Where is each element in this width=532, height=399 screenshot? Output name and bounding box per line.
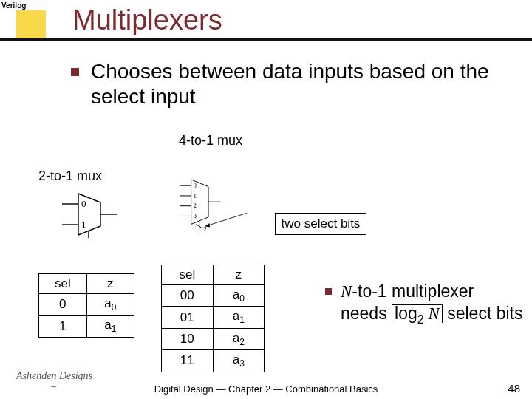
- table-row: sel z: [162, 265, 265, 285]
- th-z: z: [213, 265, 264, 285]
- th-sel: sel: [162, 265, 214, 285]
- two-select-bits-box: two select bits: [275, 213, 366, 235]
- bullet-icon: [71, 68, 79, 76]
- table-row: 00 a0: [162, 285, 265, 307]
- mux4-in2: 2: [193, 202, 196, 209]
- th-sel: sel: [39, 274, 87, 294]
- slide-title: Multiplexers: [72, 4, 222, 36]
- table-4to1: sel z 00 a0 01 a1 10 a2 11 a3: [161, 265, 265, 372]
- footer-text: Digital Design — Chapter 2 — Combination…: [0, 383, 532, 395]
- bullet-icon: [325, 288, 332, 295]
- right-bullet-text: N-to-1 multiplexer needs log2 N select b…: [341, 281, 525, 324]
- mux4-diagram: 0 1 2 3 2: [176, 168, 257, 242]
- table-row: 11 a3: [162, 350, 265, 372]
- table-row: 0 a0: [39, 294, 134, 316]
- table-2to1: sel z 0 a0 1 a1: [38, 273, 134, 338]
- label-4to1: 4-to-1 mux: [179, 133, 242, 149]
- main-bullet-text: Chooses between data inputs based on the…: [91, 59, 517, 109]
- title-underline: [0, 38, 532, 41]
- accent-bar: [16, 10, 46, 38]
- main-bullet: Chooses between data inputs based on the…: [71, 59, 517, 109]
- right-bullet: N-to-1 multiplexer needs log2 N select b…: [325, 281, 525, 324]
- corner-tag: Verilog: [1, 1, 26, 10]
- mux2-in1: 1: [81, 219, 86, 230]
- table-row: 10 a2: [162, 328, 265, 349]
- table-row: 01 a1: [162, 307, 265, 328]
- mux4-in1: 1: [193, 192, 196, 200]
- mux2-in0: 0: [81, 198, 86, 209]
- mux4-sel-width: 2: [203, 225, 206, 233]
- page-number: 48: [508, 382, 520, 395]
- mux2-diagram: 0 1: [56, 191, 123, 238]
- svg-line-13: [205, 213, 247, 226]
- table-row: 1 a1: [39, 316, 134, 337]
- mux4-in3: 3: [193, 212, 197, 219]
- mux4-in0: 0: [193, 182, 197, 189]
- label-2to1: 2-to-1 mux: [38, 168, 102, 184]
- slide: Verilog Multiplexers Chooses between dat…: [0, 0, 532, 399]
- table-row: sel z: [39, 274, 134, 294]
- th-z: z: [86, 274, 134, 294]
